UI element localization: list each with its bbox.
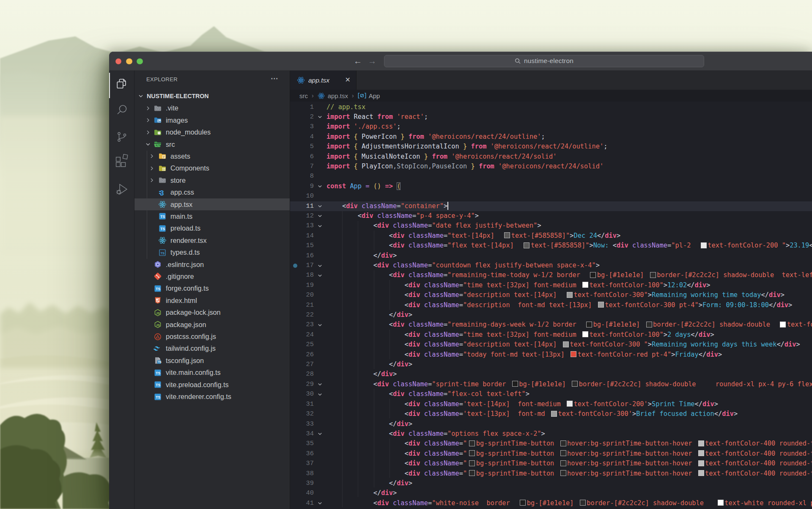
svg-text:TS: TS [158, 361, 162, 364]
svg-text:TS: TS [156, 395, 160, 399]
svg-text:TS: TS [160, 215, 165, 219]
svg-text:TS: TS [160, 227, 165, 231]
svg-text:JS: JS [156, 311, 160, 315]
svg-text:TS: TS [156, 371, 160, 375]
svg-text:TS: TS [156, 383, 160, 387]
svg-text:3: 3 [160, 189, 164, 197]
svg-text:TS: TS [156, 287, 160, 291]
svg-text:TS: TS [161, 251, 165, 255]
svg-text:JS: JS [156, 323, 160, 327]
svg-text:</>: </> [156, 144, 161, 147]
